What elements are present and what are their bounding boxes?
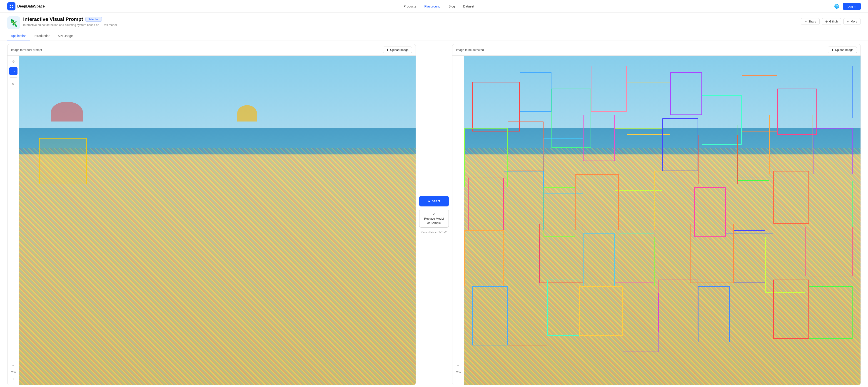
delete-tool-button[interactable]: ✕ [9,80,18,88]
left-upload-label: Upload Image [390,48,408,52]
github-icon: ⊙ [825,20,828,23]
middle-controls: » Start ⇄ Replace Model or Sample Curren… [416,44,452,385]
navbar: DeepDataSpace Products Playground Blog D… [0,0,868,13]
left-image-area [19,56,415,385]
right-panel: Image to be detected ⬆ Upload Image ⛶ − … [452,44,861,385]
replace-icon: ⇄ [433,213,435,216]
current-model-label: Current Model: T-Rex2 [421,231,446,233]
replace-label-line2: or Sample [427,221,441,225]
main-content: Image for visual prompt ⬆ Upload Image ⊹… [0,40,868,387]
left-panel: Image for visual prompt ⬆ Upload Image ⊹… [7,44,416,385]
navbar-right: 🌐 Log in [833,3,861,10]
dino-avatar: 🦎 [7,17,20,29]
boat-1 [51,102,83,122]
left-panel-header: Image for visual prompt ⬆ Upload Image [7,44,415,56]
detection-badge: Detection [86,17,102,22]
boat-2 [237,105,257,122]
page-title-row: Interactive Visual Prompt Detection [23,17,117,22]
zoom-level-left: 57% [11,371,16,374]
fullscreen-button[interactable]: ⛶ [9,352,18,360]
fullscreen-button-right[interactable]: ⛶ [454,352,462,360]
replace-label-line1: Replace Model [424,217,444,220]
zoom-in-button-left[interactable]: + [9,375,18,383]
zoom-in-button-right[interactable]: + [454,375,462,383]
left-panel-title: Image for visual prompt [11,48,42,52]
start-arrow-icon: » [428,199,430,203]
replace-button[interactable]: ⇄ Replace Model or Sample [419,209,449,228]
brand-name: DeepDataSpace [17,4,45,8]
left-beach-scene [19,56,415,385]
right-upload-button[interactable]: ⬆ Upload Image [828,46,857,53]
navbar-left: DeepDataSpace [7,2,45,10]
right-panel-header: Image to be detected ⬆ Upload Image [453,44,861,56]
nav-playground[interactable]: Playground [424,4,440,8]
select-tool-button[interactable]: ⊹ [9,58,18,66]
share-icon: ↗ [804,20,807,23]
right-crowd-layer [464,148,861,385]
start-label: Start [432,199,440,203]
tab-introduction[interactable]: Introduction [30,32,54,40]
start-button[interactable]: » Start [419,196,449,206]
nav-dataset[interactable]: Dataset [463,4,474,8]
logo-icon[interactable] [7,2,16,10]
zoom-out-button-right[interactable]: − [454,361,462,369]
more-label: More [850,20,857,23]
share-button[interactable]: ↗ Share [801,18,819,25]
page-header: 🦎 Interactive Visual Prompt Detection In… [0,13,868,29]
nav-links: Products Playground Blog Dataset [404,4,474,8]
login-button[interactable]: Log in [843,3,861,10]
tab-api-usage[interactable]: API Usage [54,32,76,40]
left-toolbar: ⊹ ▭ ✕ ⛶ − 57% + [7,56,19,385]
nav-products[interactable]: Products [404,4,416,8]
right-image-area [464,56,861,385]
right-toolbar: ⛶ − 57% + [453,56,464,385]
chevron-down-icon: ∨ [847,20,849,23]
upload-icon-right: ⬆ [831,48,834,52]
github-button[interactable]: ⊙ Github [822,18,841,25]
toolbar-separator [10,77,17,78]
page-title-area: Interactive Visual Prompt Detection Inte… [23,17,117,27]
github-label: Github [829,20,838,23]
nav-blog[interactable]: Blog [448,4,455,8]
page-header-left: 🦎 Interactive Visual Prompt Detection In… [7,17,117,29]
selection-box [39,138,87,184]
zoom-level-right: 57% [456,371,461,374]
tabs: Application Introduction API Usage [0,32,868,40]
right-upload-label: Upload Image [835,48,854,52]
rectangle-tool-button[interactable]: ▭ [9,67,18,75]
zoom-out-button-left[interactable]: − [9,361,18,369]
translate-icon[interactable]: 🌐 [833,3,840,10]
page-header-right: ↗ Share ⊙ Github ∨ More [801,18,861,25]
left-upload-button[interactable]: ⬆ Upload Image [383,46,412,53]
upload-icon: ⬆ [386,48,389,52]
page-title: Interactive Visual Prompt [23,17,83,22]
right-beach-scene [464,56,861,385]
tab-application[interactable]: Application [7,32,30,40]
right-panel-title: Image to be detected [456,48,484,52]
page-subtitle: Interactive object detection and countin… [23,23,117,27]
more-button[interactable]: ∨ More [843,18,861,25]
share-label: Share [808,20,816,23]
